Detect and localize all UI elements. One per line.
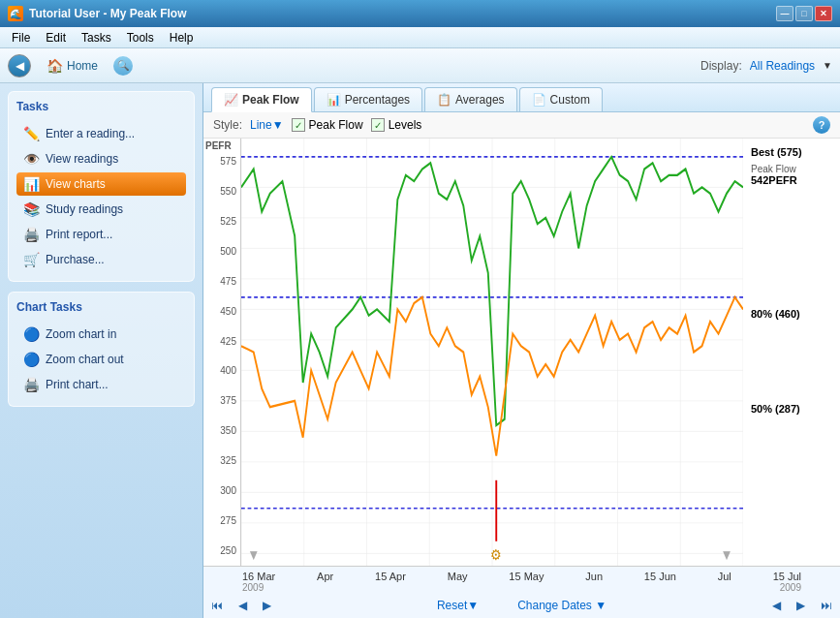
reset-link[interactable]: Reset▼: [437, 599, 479, 612]
zoom-out-label: Zoom chart out: [46, 353, 124, 366]
sidebar-item-print-report[interactable]: 🖨️ Print report...: [16, 223, 186, 246]
svg-text:▼: ▼: [720, 547, 732, 564]
print-chart-label: Print chart...: [46, 378, 109, 391]
tab-custom[interactable]: 📄 Custom: [519, 87, 603, 111]
sidebar-item-study-readings[interactable]: 📚 Study readings: [16, 198, 186, 221]
menu-help[interactable]: Help: [162, 29, 202, 46]
y-tick-325: 325: [220, 455, 236, 466]
y-tick-250: 250: [220, 545, 236, 556]
tab-peak-flow[interactable]: 📈 Peak Flow: [211, 87, 312, 112]
menu-tasks[interactable]: Tasks: [74, 29, 119, 46]
app-icon: 🌊: [8, 6, 23, 21]
sidebar-item-enter-reading[interactable]: ✏️ Enter a reading...: [16, 122, 186, 145]
averages-tab-label: Averages: [455, 93, 504, 107]
purchase-label: Purchase...: [46, 253, 105, 266]
last-page-button[interactable]: ⏭: [817, 597, 836, 614]
menu-file[interactable]: File: [4, 29, 38, 46]
print-chart-icon: 🖨️: [22, 377, 40, 392]
sidebar-item-view-readings[interactable]: 👁️ View readings: [16, 147, 186, 170]
percentages-tab-icon: 📊: [327, 93, 341, 107]
legend-level80-value: 80% (460): [751, 308, 832, 320]
sidebar-item-zoom-out[interactable]: 🔵 Zoom chart out: [16, 348, 186, 371]
menu-bar: File Edit Tasks Tools Help: [0, 27, 840, 48]
svg-text:▼: ▼: [247, 547, 260, 564]
peak-flow-checkbox-label: Peak Flow: [309, 118, 363, 132]
checkbox-peak-flow[interactable]: ✓ Peak Flow: [292, 118, 363, 132]
legend-peak-flow: Peak Flow 542PEFR: [751, 164, 832, 186]
close-button[interactable]: ✕: [815, 6, 832, 21]
sidebar-item-view-charts[interactable]: 📊 View charts: [16, 172, 186, 196]
first-page-button[interactable]: ⏮: [207, 597, 227, 614]
zoom-out-icon: 🔵: [22, 352, 40, 367]
y-axis-ticks: 5755505255004754504254003753503253002752…: [220, 156, 236, 556]
sidebar-item-print-chart[interactable]: 🖨️ Print chart...: [16, 373, 186, 396]
back-button[interactable]: ◀: [8, 54, 31, 77]
menu-edit[interactable]: Edit: [38, 29, 74, 46]
legend-best: Best (575): [751, 146, 832, 158]
maximize-button[interactable]: □: [795, 6, 813, 21]
help-button[interactable]: ?: [813, 116, 830, 134]
date-16mar: 16 Mar: [242, 571, 275, 582]
print-report-icon: 🖨️: [22, 227, 40, 242]
minimize-button[interactable]: —: [776, 6, 793, 21]
y-tick-275: 275: [220, 515, 236, 526]
nav-controls: ⏮ ◀ ▶ Reset▼ Change Dates ▼ ◀ ▶ ⏭: [203, 593, 840, 618]
y-tick-525: 525: [220, 216, 236, 227]
peak-flow-checkbox[interactable]: ✓: [292, 118, 305, 132]
sidebar: Tasks ✏️ Enter a reading... 👁️ View read…: [0, 83, 203, 618]
style-value[interactable]: Line▼: [250, 118, 284, 132]
legend-level50-value: 50% (287): [751, 403, 832, 415]
custom-tab-label: Custom: [550, 93, 590, 107]
view-readings-icon: 👁️: [22, 151, 40, 167]
sidebar-item-purchase[interactable]: 🛒 Purchase...: [16, 248, 186, 271]
svg-text:⚙: ⚙: [490, 547, 502, 564]
y-tick-475: 475: [220, 276, 236, 287]
content-area: 📈 Peak Flow 📊 Percentages 📋 Averages 📄 C…: [203, 83, 840, 618]
zoom-in-label: Zoom chart in: [46, 327, 116, 341]
menu-tools[interactable]: Tools: [119, 29, 162, 46]
view-charts-icon: 📊: [22, 176, 40, 192]
date-jul: Jul: [718, 571, 731, 582]
levels-checkbox[interactable]: ✓: [371, 118, 385, 132]
chart-tasks-section: Chart Tasks 🔵 Zoom chart in 🔵 Zoom chart…: [8, 292, 195, 407]
tab-percentages[interactable]: 📊 Percentages: [314, 87, 422, 111]
date-apr: Apr: [317, 571, 333, 582]
legend-best-value: Best (575): [751, 146, 832, 158]
tab-averages[interactable]: 📋 Averages: [424, 87, 516, 111]
chart-toolbar: Style: Line▼ ✓ Peak Flow ✓ Levels ?: [203, 112, 840, 139]
date-15apr: 15 Apr: [375, 571, 406, 582]
study-readings-label: Study readings: [46, 202, 123, 216]
chart-main: ▼⚙▼: [240, 139, 743, 566]
display-dropdown-arrow[interactable]: ▼: [823, 60, 832, 71]
change-dates-link[interactable]: Change Dates ▼: [517, 599, 607, 612]
display-value-link[interactable]: All Readings: [750, 59, 815, 73]
title-bar: 🌊 Tutorial User - My Peak Flow — □ ✕: [0, 0, 840, 27]
legend-peak-flow-label: Peak Flow: [751, 164, 832, 174]
home-button[interactable]: 🏠 Home: [39, 55, 106, 77]
search-button[interactable]: 🔍: [113, 56, 133, 76]
date-15jun: 15 Jun: [644, 571, 676, 582]
y-axis: PEFR 57555052550047545042540037535032530…: [203, 139, 240, 566]
sidebar-item-zoom-in[interactable]: 🔵 Zoom chart in: [16, 323, 186, 346]
y-tick-425: 425: [220, 336, 236, 347]
year-end: 2009: [780, 582, 801, 593]
chart-tasks-title: Chart Tasks: [16, 300, 186, 317]
y-tick-550: 550: [220, 186, 236, 197]
y-tick-500: 500: [220, 246, 236, 257]
y-tick-450: 450: [220, 306, 236, 317]
year-labels: 2009 2009: [203, 582, 840, 593]
next-end-button[interactable]: ▶: [793, 597, 809, 614]
percentages-tab-label: Percentages: [345, 93, 410, 107]
y-axis-label: PEFR: [205, 140, 232, 151]
y-tick-350: 350: [220, 425, 236, 436]
enter-reading-icon: ✏️: [22, 126, 40, 141]
toolbar: ◀ 🏠 Home 🔍 Display: All Readings ▼: [0, 48, 840, 83]
prev-page-button[interactable]: ◀: [234, 597, 251, 614]
enter-reading-label: Enter a reading...: [46, 127, 135, 140]
checkbox-levels[interactable]: ✓ Levels: [371, 118, 422, 132]
main-layout: Tasks ✏️ Enter a reading... 👁️ View read…: [0, 83, 840, 618]
zoom-in-icon: 🔵: [22, 326, 40, 342]
chart-legend: Best (575) Peak Flow 542PEFR 80% (460) 5…: [743, 139, 840, 566]
next-page-button[interactable]: ▶: [259, 597, 275, 614]
prev-end-button[interactable]: ◀: [768, 597, 785, 614]
